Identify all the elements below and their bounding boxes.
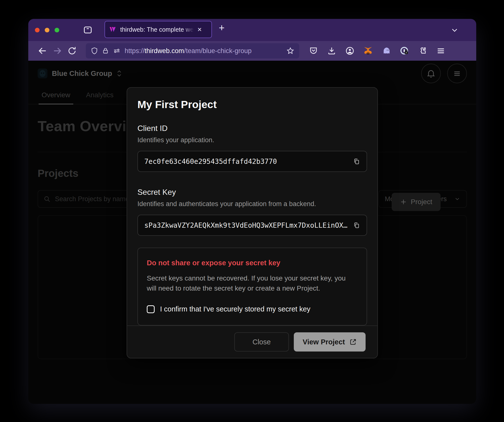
metamask-icon[interactable]	[363, 45, 373, 56]
copy-secret-key-button[interactable]	[353, 222, 360, 229]
bookmark-star-icon[interactable]	[286, 47, 294, 55]
new-tab-button[interactable]: +	[219, 22, 224, 33]
reload-button[interactable]	[65, 46, 79, 56]
modal-footer: Close View Project	[127, 325, 377, 358]
confirm-checkbox[interactable]	[147, 305, 155, 313]
window-controls	[35, 28, 59, 32]
client-id-value: 7ec0fe63c460e295435dffafd42b3770	[144, 157, 348, 166]
browser-toolbar: https://thirdweb.com/team/blue-chick-gro…	[28, 41, 476, 61]
firefox-view-icon[interactable]	[83, 25, 93, 35]
tab-list-chevron-icon[interactable]	[450, 26, 459, 35]
copy-icon	[353, 222, 360, 229]
shield-icon[interactable]	[91, 47, 98, 55]
browser-tab[interactable]: thirdweb: The complete web3 de ×	[104, 21, 212, 38]
modal-title: My First Project	[137, 98, 367, 111]
toolbar-extensions	[308, 45, 446, 56]
lock-icon[interactable]	[102, 47, 109, 55]
extensions-puzzle-icon[interactable]	[417, 45, 428, 56]
project-details-modal: My First Project Client ID Identifies yo…	[127, 87, 378, 358]
confirm-checkbox-label[interactable]: I confirm that I've securely stored my s…	[160, 305, 311, 313]
client-id-label: Client ID	[137, 124, 367, 133]
browser-window: thirdweb: The complete web3 de × +	[28, 19, 476, 404]
client-id-field[interactable]: 7ec0fe63c460e295435dffafd42b3770	[137, 151, 367, 172]
secret-key-field[interactable]: sPa3ZkwaVZY2AEQkXmk9t3VdEoHQ3wXEPFLmx7Dx…	[137, 215, 367, 236]
secret-key-warning: Do not share or expose your secret key S…	[137, 248, 367, 325]
back-button[interactable]	[35, 46, 50, 56]
close-window-button[interactable]	[35, 28, 40, 32]
secret-key-description: Identifies and authenticates your applic…	[137, 200, 367, 208]
secret-key-label: Secret Key	[137, 188, 367, 197]
tab-bar: thirdweb: The complete web3 de × +	[28, 19, 476, 41]
permissions-icon[interactable]	[113, 47, 121, 55]
secret-key-value: sPa3ZkwaVZY2AEQkXmk9t3VdEoHQ3wXEPFLmx7Dx…	[144, 221, 348, 229]
account-icon[interactable]	[344, 45, 355, 56]
phantom-icon[interactable]	[381, 45, 392, 56]
warning-body: Secret keys cannot be recovered. If you …	[147, 273, 351, 293]
zoom-window-button[interactable]	[55, 28, 59, 32]
url-bar[interactable]: https://thirdweb.com/team/blue-chick-gro…	[86, 43, 299, 58]
forward-button[interactable]	[50, 46, 65, 56]
warning-title: Do not share or expose your secret key	[147, 259, 358, 267]
external-link-icon	[349, 338, 357, 346]
downloads-icon[interactable]	[326, 45, 337, 56]
thirdweb-favicon-icon	[109, 26, 117, 33]
view-project-button[interactable]: View Project	[294, 332, 366, 352]
url-text[interactable]: https://thirdweb.com/team/blue-chick-gro…	[125, 47, 282, 55]
privacy-lock-icon[interactable]	[399, 45, 410, 56]
minimize-window-button[interactable]	[45, 28, 49, 32]
pocket-icon[interactable]	[308, 45, 319, 56]
copy-client-id-button[interactable]	[353, 158, 360, 165]
tab-close-icon[interactable]: ×	[197, 26, 202, 33]
client-id-description: Identifies your application.	[137, 136, 367, 144]
close-button[interactable]: Close	[234, 332, 289, 352]
page-content: Blue Chick Group Overview Analytics	[28, 61, 476, 404]
copy-icon	[353, 158, 360, 165]
tab-title: thirdweb: The complete web3 de	[120, 26, 194, 33]
menu-hamburger-icon[interactable]	[435, 45, 446, 56]
